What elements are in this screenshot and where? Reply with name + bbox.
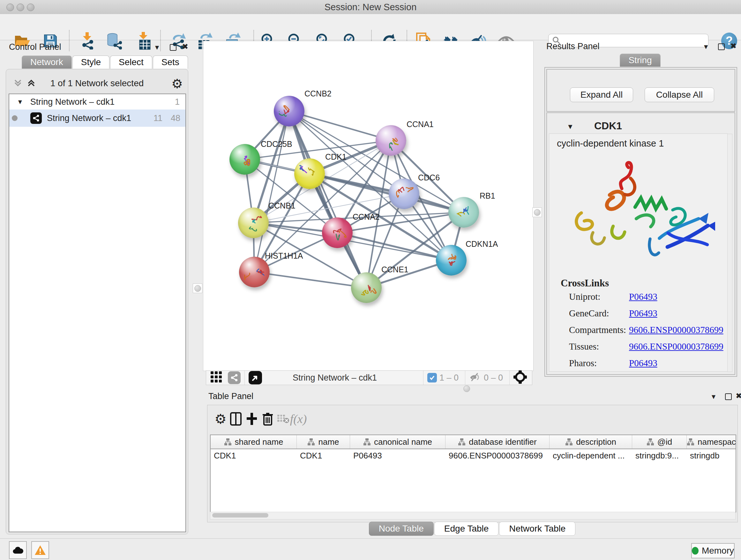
node-label-CDK1: CDK1: [325, 152, 347, 162]
crosslink-label: GeneCard:: [569, 308, 609, 319]
right-splitter-handle[interactable]: [532, 207, 542, 217]
protein-name: CDK1: [594, 120, 622, 132]
panel-menu-arrow-icon[interactable]: ▾: [155, 44, 159, 51]
crosslink-link[interactable]: 9606.ENSP00000378699: [629, 325, 724, 335]
results-scrollbar[interactable]: [727, 134, 732, 372]
node-HIST1H1A[interactable]: [239, 257, 270, 287]
node-label-CCNA1: CCNA1: [407, 120, 434, 129]
hidden-counts: 0 – 0: [484, 373, 503, 383]
left-splitter-handle[interactable]: [193, 284, 202, 293]
panel-menu-arrow-icon[interactable]: ▾: [712, 393, 716, 400]
show-columns-icon[interactable]: [228, 412, 243, 426]
cell-namespac: stringdb: [687, 451, 736, 461]
edge-CDK1-RB1[interactable]: [310, 174, 464, 212]
network-collection-row[interactable]: ▼ String Network – cdk1 1: [9, 94, 185, 110]
column-header-id[interactable]: @id: [632, 435, 687, 449]
expand-all-button[interactable]: Expand All: [570, 87, 633, 102]
selected-checkbox-icon[interactable]: [427, 373, 437, 382]
collapse-all-button[interactable]: Collapse All: [645, 87, 714, 102]
table-row[interactable]: CDK1CDK1P064939606.ENSP00000378699cyclin…: [211, 449, 736, 462]
column-header-database-identifier[interactable]: database identifier: [446, 435, 549, 449]
crosslink-link[interactable]: P06493: [629, 292, 657, 302]
control-panel-title: Control Panel: [9, 42, 61, 52]
column-header-name[interactable]: name: [297, 435, 350, 449]
delete-column-icon[interactable]: [260, 412, 275, 426]
tab-node-table[interactable]: Node Table: [369, 522, 434, 536]
protein-details: cyclin-dependent kinase 1: [549, 133, 728, 372]
edge-CCNB2-HIST1H1A[interactable]: [254, 111, 289, 272]
tree-expander-icon[interactable]: ▼: [17, 98, 23, 106]
crosslink-link[interactable]: P06493: [629, 358, 657, 368]
panel-close-icon[interactable]: ✖: [182, 43, 188, 51]
collection-count: 1: [175, 97, 180, 107]
crosslink-link[interactable]: 9606.ENSP00000378699: [629, 341, 724, 352]
node-label-CDC6: CDC6: [418, 173, 440, 182]
protein-thumbnail: [234, 150, 255, 170]
node-CCNB2[interactable]: [274, 96, 305, 126]
navigator-icon[interactable]: [249, 371, 262, 384]
protein-structure-image: [562, 152, 715, 273]
tab-sets[interactable]: Sets: [153, 56, 188, 69]
panel-close-icon[interactable]: ✖: [730, 42, 737, 50]
node-CCNA1[interactable]: [376, 125, 406, 156]
grid-view-icon[interactable]: [211, 371, 222, 384]
panel-float-icon[interactable]: [718, 44, 725, 50]
edge-HIST1H1A-CCNE1[interactable]: [254, 272, 366, 288]
node-CDC6[interactable]: [389, 179, 419, 209]
node-RB1[interactable]: [448, 197, 479, 228]
column-header-namespac[interactable]: namespac: [687, 435, 736, 449]
column-header-description[interactable]: description: [549, 435, 632, 449]
results-panel: Results Panel ▾ ✖ String Expand All Coll…: [542, 40, 738, 379]
tab-style[interactable]: Style: [72, 56, 110, 69]
node-CDC25B[interactable]: [229, 144, 260, 175]
table-horizontal-scrollbar[interactable]: [210, 512, 736, 519]
tab-select[interactable]: Select: [110, 56, 152, 69]
protein-section: ▼ CDK1 cyclin-dependent kinase 1: [546, 112, 735, 375]
cloud-button[interactable]: [9, 541, 27, 559]
crosslink-label: Tissues:: [569, 341, 599, 352]
node-label-CCNB2: CCNB2: [305, 89, 332, 98]
panel-float-icon[interactable]: [725, 393, 732, 400]
control-panel: Control Panel ▾ ✖ NetworkStyleSelectSets…: [3, 41, 192, 535]
table-header-row: shared namenamecanonical namedatabase id…: [211, 435, 736, 449]
gear-icon[interactable]: ⚙: [172, 76, 183, 91]
crosslinks-heading: CrossLinks: [561, 277, 609, 289]
node-CCNA2[interactable]: [322, 217, 353, 248]
tab-network[interactable]: Network: [22, 56, 72, 69]
scrollbar-thumb[interactable]: [212, 513, 268, 517]
node-table-container: ⚙ f(x) shared namenamecanonical namedata…: [207, 405, 738, 522]
selected-counts: 1 – 0: [440, 373, 459, 383]
panel-menu-arrow-icon[interactable]: ▾: [704, 43, 708, 51]
tab-network-table[interactable]: Network Table: [499, 522, 576, 536]
column-header-canonical-name[interactable]: canonical name: [350, 435, 446, 449]
node-CCNB1[interactable]: [238, 207, 269, 238]
tab-string[interactable]: String: [620, 54, 660, 67]
add-column-icon[interactable]: [245, 412, 259, 426]
panel-close-icon[interactable]: ✖: [736, 392, 741, 400]
node-label-HIST1H1A: HIST1H1A: [265, 251, 303, 260]
section-expander-icon[interactable]: ▼: [567, 123, 574, 131]
memory-button[interactable]: Memory: [691, 543, 735, 558]
function-builder-icon-disabled: f(x): [291, 412, 306, 426]
crosslink-row-compartments: Compartments:9606.ENSP00000378699: [549, 325, 727, 341]
tab-edge-table[interactable]: Edge Table: [434, 522, 499, 536]
table-panel-tabs: Node TableEdge TableNetwork Table: [206, 522, 739, 536]
crosslink-link[interactable]: P06493: [629, 308, 657, 319]
fit-selection-crosshair-icon[interactable]: [514, 370, 527, 385]
panel-float-icon[interactable]: [170, 44, 177, 51]
network-canvas[interactable]: CCNB2CCNA1CDC25BCDK1CDC6RB1CCNB1CCNA2CDK…: [203, 41, 534, 371]
warning-button[interactable]: [31, 541, 49, 559]
network-row-selected[interactable]: String Network – cdk1 11 48: [9, 110, 185, 127]
share-view-icon[interactable]: [228, 371, 241, 384]
crosslink-label: Compartments:: [569, 325, 626, 335]
column-header-shared-name[interactable]: shared name: [211, 435, 297, 449]
edge-CCNB2-CCNE1[interactable]: [289, 111, 366, 288]
crosslink-label: Uniprot:: [569, 292, 600, 302]
crosslink-label: Pharos:: [569, 358, 597, 368]
node-CCNE1[interactable]: [351, 272, 382, 303]
node-CDKN1A[interactable]: [436, 245, 467, 275]
node-CDK1[interactable]: [294, 159, 325, 189]
table-gear-icon[interactable]: ⚙: [213, 412, 228, 426]
control-panel-tabs: NetworkStyleSelectSets: [22, 56, 189, 69]
node-label-CDC25B: CDC25B: [261, 139, 292, 149]
